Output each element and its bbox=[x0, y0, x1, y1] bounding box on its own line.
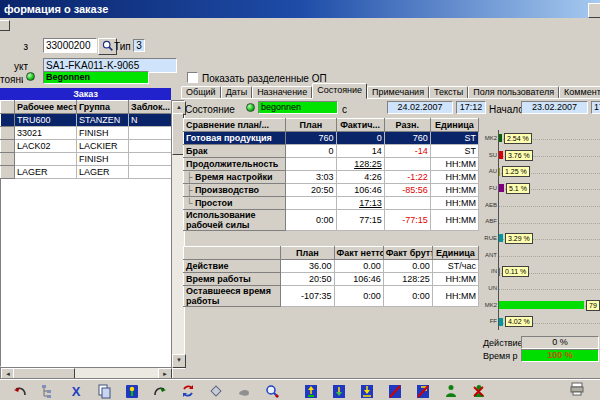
diff-value: -77:15 bbox=[384, 210, 430, 231]
chart-plot: 5.1 % bbox=[498, 180, 600, 197]
plan-fact-row[interactable]: ├ Время настройки3:034:26-1:22HH:MM bbox=[184, 171, 479, 184]
worktime-gauge: 100 % bbox=[521, 349, 599, 362]
plan-fact-row[interactable]: Продолжительность128:25HH:MM bbox=[184, 158, 479, 171]
show-split-ops-checkbox[interactable] bbox=[187, 72, 198, 83]
start-time-field[interactable]: 17 bbox=[591, 101, 600, 114]
plan-fact-row[interactable]: Готовая продукция7600760ST bbox=[184, 132, 479, 145]
tab-strip: ОбщийДатыНазначениеСостояниеПримечанияТе… bbox=[181, 85, 600, 99]
unit-value: HH:MM bbox=[430, 210, 478, 231]
work-col-header: Факт брутто bbox=[383, 247, 432, 260]
chart-axis-label: ABF bbox=[482, 218, 498, 225]
chart-value-label: 5.1 % bbox=[506, 183, 530, 194]
order-table-row[interactable]: LAGERLAGER bbox=[1, 166, 172, 179]
order-number-input[interactable] bbox=[43, 38, 97, 53]
status-value: Begonnen bbox=[43, 71, 149, 84]
since-date-field[interactable]: 24.02.2007 bbox=[387, 101, 453, 114]
worktime-gauge-label: Время р bbox=[483, 351, 518, 361]
chart-plot: 4.02 % bbox=[498, 313, 600, 330]
zoom-icon[interactable] bbox=[263, 382, 280, 399]
chart-bar bbox=[499, 234, 503, 242]
row-label: Оставшееся время работы bbox=[184, 286, 281, 307]
svg-text:X: X bbox=[71, 384, 80, 399]
chart-plot bbox=[498, 197, 600, 214]
row-selector-cell bbox=[1, 166, 15, 179]
chart-plot: 0.11 % bbox=[498, 263, 600, 280]
forbid-icon[interactable] bbox=[386, 382, 403, 399]
chart-bar bbox=[499, 301, 584, 309]
note-icon[interactable] bbox=[235, 382, 252, 399]
unit-value: HH:MM bbox=[430, 171, 478, 184]
forbid-partial-icon[interactable] bbox=[414, 382, 431, 399]
start-date-field[interactable]: 23.02.2007 bbox=[521, 101, 588, 114]
diff-value: 760 bbox=[384, 132, 430, 145]
row-selector-cell bbox=[1, 153, 15, 166]
status-led-icon bbox=[26, 72, 35, 81]
order-table-row[interactable]: LACK02LACKIER bbox=[1, 140, 172, 153]
printer-icon[interactable] bbox=[569, 381, 586, 398]
plan-fact-row[interactable]: Использование рабочей силы0:0077:15-77:1… bbox=[184, 210, 479, 231]
row-selector-cell bbox=[1, 114, 15, 127]
plan-fact-col-header: План bbox=[286, 119, 336, 132]
chart-row: ABF bbox=[482, 213, 600, 230]
undo-icon[interactable] bbox=[11, 382, 28, 399]
person-remove-icon[interactable] bbox=[470, 382, 487, 399]
action-gauge-label: Действие bbox=[483, 338, 523, 348]
chart-axis-label: AEB bbox=[482, 202, 498, 209]
order-cell: STANZEN bbox=[77, 114, 129, 127]
row-label: Использование рабочей силы bbox=[184, 210, 286, 231]
chart-bar bbox=[499, 184, 504, 192]
order-label: з bbox=[0, 41, 28, 52]
work-row[interactable]: Действие36.000.000.00ST/час bbox=[184, 260, 479, 273]
work-row[interactable]: Время работы20:50106:46128:25HH:MM bbox=[184, 273, 479, 286]
state-value: begonnen bbox=[258, 101, 338, 114]
chart-bar bbox=[499, 168, 500, 176]
order-table: Рабочее местоГруппаЗаблок... TRU600STANZ… bbox=[0, 100, 172, 179]
order-table-row[interactable]: 33021FINISH bbox=[1, 127, 172, 140]
tree-list-icon[interactable] bbox=[39, 382, 56, 399]
dispatch-down-icon[interactable] bbox=[330, 382, 347, 399]
plan-fact-table: Сравнение план/...ПланФактич...Разн.Един… bbox=[183, 118, 479, 231]
since-time-field[interactable]: 17:12 bbox=[456, 101, 486, 114]
work-time-header-row: ПланФакт неттоФакт бруттоЕдиница bbox=[184, 247, 479, 260]
order-table-row[interactable]: TRU600STANZENN bbox=[1, 114, 172, 127]
chart-bar bbox=[499, 318, 503, 326]
order-panel-header: Заказ bbox=[0, 88, 171, 100]
redo-icon[interactable] bbox=[151, 382, 168, 399]
state-led-icon bbox=[246, 103, 255, 112]
unit-value: HH:MM bbox=[430, 184, 478, 197]
fact-gross-value: 128:25 bbox=[383, 273, 432, 286]
chart-row: SU3.76 % bbox=[482, 147, 600, 164]
scroll-down-icon[interactable]: ▼ bbox=[172, 354, 186, 368]
dispatch-end-icon[interactable] bbox=[358, 382, 375, 399]
dispatch-up-icon[interactable] bbox=[302, 382, 319, 399]
unit-value: ST/час bbox=[432, 260, 478, 273]
plan-value: -107:35 bbox=[281, 286, 334, 307]
refresh-icon[interactable] bbox=[179, 382, 196, 399]
chart-value-label: 79 bbox=[586, 300, 600, 311]
plan-fact-row[interactable]: ├ Производство20:50106:46-85:56HH:MM bbox=[184, 184, 479, 197]
diamond-icon[interactable] bbox=[207, 382, 224, 399]
plan-fact-row[interactable]: └ Простои17:13HH:MM bbox=[184, 197, 479, 210]
order-col-header: Рабочее место bbox=[15, 101, 77, 114]
row-label: ├ Время настройки bbox=[184, 171, 286, 184]
copy-icon[interactable] bbox=[95, 382, 112, 399]
work-row[interactable]: Оставшееся время работы-107:350:000:00HH… bbox=[184, 286, 479, 307]
window-button[interactable] bbox=[588, 3, 600, 18]
work-col-header: Факт нетто bbox=[334, 247, 383, 260]
delete-x-icon[interactable]: X bbox=[67, 382, 84, 399]
plan-value: 20:50 bbox=[281, 273, 334, 286]
tab-Состояние[interactable]: Состояние bbox=[312, 83, 367, 99]
order-table-row[interactable]: FINISH bbox=[1, 153, 172, 166]
row-label: Время работы bbox=[184, 273, 281, 286]
chart-axis-label: RUE bbox=[482, 235, 498, 242]
chart-row: UN bbox=[482, 280, 600, 297]
title-bar[interactable]: формация о заказе bbox=[0, 0, 600, 18]
chart-value-label: 3.29 % bbox=[505, 233, 533, 244]
chart-plot: 3.76 % bbox=[498, 147, 600, 164]
order-info-icon[interactable] bbox=[123, 382, 140, 399]
diff-value: -1:22 bbox=[384, 171, 430, 184]
plan-fact-row[interactable]: Брак014-14ST bbox=[184, 145, 479, 158]
order-cell: FINISH bbox=[77, 153, 129, 166]
person-icon[interactable] bbox=[442, 382, 459, 399]
chart-plot: 3.29 % bbox=[498, 230, 600, 247]
